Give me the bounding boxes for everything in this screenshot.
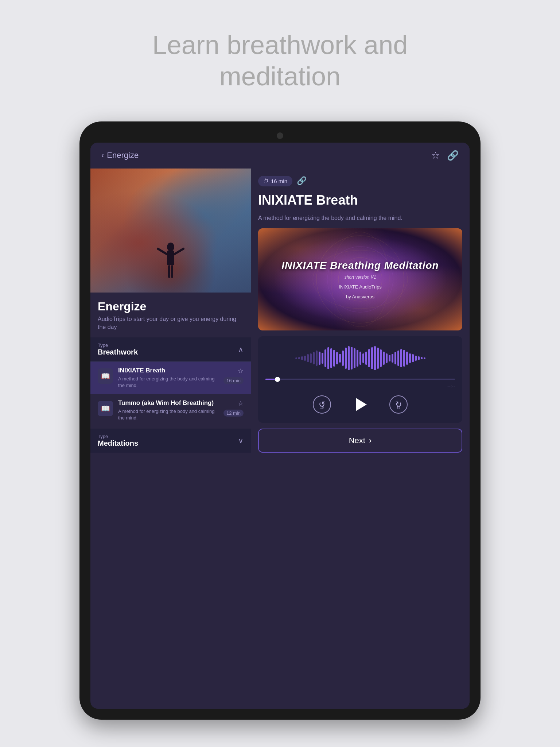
waveform-bar (383, 352, 385, 365)
waveform-bar (418, 356, 420, 360)
duration-text: 16 min (271, 178, 287, 184)
waveform-bar (327, 347, 329, 369)
waveform-bar (342, 351, 344, 366)
player-controls: ↺ 15 ↻ 15 (265, 394, 455, 415)
play-icon (356, 398, 367, 411)
detail-link-icon[interactable]: 🔗 (297, 176, 307, 186)
type-breathwork-section: Type Breathwork ∧ 📖 INIXIATE Breath A me… (90, 337, 251, 427)
album-author-label: INIXIATE AudioTrips (281, 284, 439, 290)
album-subtitle: short version V1 (281, 275, 439, 280)
waveform (265, 344, 455, 373)
waveform-bar (389, 355, 390, 361)
next-chevron-icon: › (369, 436, 372, 445)
waveform-bar (365, 352, 367, 365)
type-breathwork-header[interactable]: Type Breathwork ∧ (90, 337, 251, 361)
waveform-bar (354, 348, 355, 368)
link-icon[interactable]: 🔗 (447, 150, 459, 161)
waveform-bar (359, 352, 361, 365)
skip-forward-button[interactable]: ↻ 15 (389, 395, 408, 414)
waveform-bar (301, 356, 303, 360)
player-card: --:-- ↺ 15 ↻ 15 (258, 336, 462, 423)
waveform-bar (415, 356, 417, 361)
waveform-bar (336, 352, 338, 364)
waveform-bar (324, 349, 326, 367)
waveform-bar (304, 356, 306, 361)
type-breathwork-name: Breathwork (98, 348, 138, 356)
progress-bar[interactable] (265, 379, 455, 380)
left-panel: Energize AudioTrips to start your day or… (90, 169, 251, 709)
waveform-bar (406, 352, 408, 365)
waveform-bar (348, 346, 350, 370)
waveform-bar (386, 353, 388, 363)
waveform-bar (421, 357, 423, 359)
skip-back-button[interactable]: ↺ 15 (313, 395, 331, 414)
time-elapsed: --:-- (447, 383, 455, 388)
waveform-bar (412, 354, 414, 362)
waveform-bar (371, 347, 373, 369)
breathwork-chevron-icon: ∧ (238, 345, 244, 354)
svg-line-3 (174, 249, 183, 254)
waveform-bar (368, 349, 370, 367)
waveform-bar (295, 357, 297, 359)
item-title: Tummo (aka Wim Hof Breathing) (118, 399, 218, 407)
hero-title-area: Energize AudioTrips to start your day or… (90, 293, 251, 335)
waveform-bar (424, 357, 425, 359)
waveform-bar (374, 346, 376, 370)
waveform-bar (345, 348, 347, 369)
next-button[interactable]: Next › (258, 429, 462, 453)
progress-dot (275, 377, 280, 382)
app-header: ‹ Energize ☆ 🔗 (90, 143, 470, 169)
type-breathwork-items: 📖 INIXIATE Breath A method for energizin… (90, 361, 251, 427)
waveform-bar (298, 357, 300, 359)
waveform-bar (397, 351, 399, 366)
waveform-bar (403, 350, 405, 367)
item-star-icon[interactable]: ☆ (238, 367, 244, 375)
waveform-bar (351, 347, 353, 369)
next-btn-container: Next › (258, 429, 462, 456)
waveform-bar (310, 353, 312, 363)
waveform-bar (319, 352, 320, 365)
waveform-bar (380, 349, 382, 367)
clock-icon: ⏱ (263, 178, 269, 184)
tablet-screen: ‹ Energize ☆ 🔗 (90, 143, 470, 709)
waveform-bar (316, 351, 318, 366)
item-desc: A method for energizing the body and cal… (118, 376, 218, 389)
item-content: Tummo (aka Wim Hof Breathing) A method f… (118, 399, 218, 421)
back-chevron-icon: ‹ (101, 151, 104, 160)
type-meditations-header[interactable]: Type Meditations ∨ (90, 429, 251, 453)
back-nav[interactable]: ‹ Energize (101, 151, 139, 160)
header-actions: ☆ 🔗 (431, 150, 459, 161)
waveform-bar (333, 350, 335, 367)
detail-title: INIXIATE Breath (258, 192, 462, 208)
time-badge: ⏱ 16 min (258, 176, 292, 186)
item-meta: ☆ 16 min (223, 367, 244, 384)
svg-point-0 (167, 243, 174, 251)
star-icon[interactable]: ☆ (431, 150, 440, 161)
waveform-bar (392, 354, 393, 363)
item-title: INIXIATE Breath (118, 367, 218, 374)
svg-rect-1 (167, 251, 174, 265)
waveform-bar (394, 352, 396, 364)
type-breathwork-label: Type (98, 342, 138, 348)
content-area: Energize AudioTrips to start your day or… (90, 169, 470, 709)
album-art: INIXIATE Breathing Meditation short vers… (258, 228, 462, 330)
back-label: Energize (107, 151, 139, 160)
right-panel: ⏱ 16 min 🔗 INIXIATE Breath A method for … (251, 169, 470, 709)
skip-forward-label: 15 (397, 406, 400, 409)
list-item[interactable]: 📖 Tummo (aka Wim Hof Breathing) A method… (90, 394, 251, 426)
item-star-icon[interactable]: ☆ (238, 399, 244, 407)
album-art-text: INIXIATE Breathing Meditation short vers… (274, 252, 446, 307)
waveform-bar (330, 348, 332, 368)
play-button[interactable] (349, 394, 371, 415)
item-desc: A method for energizing the body and cal… (118, 408, 218, 421)
list-item[interactable]: 📖 INIXIATE Breath A method for energizin… (90, 361, 251, 394)
tablet-frame: ‹ Energize ☆ 🔗 (79, 121, 481, 720)
waveform-bar (339, 354, 341, 363)
camera-dot (277, 132, 283, 139)
detail-meta: ⏱ 16 min 🔗 (258, 176, 462, 186)
item-content: INIXIATE Breath A method for energizing … (118, 367, 218, 389)
waveform-bar (313, 352, 315, 364)
detail-desc: A method for energizing the body and cal… (258, 214, 462, 222)
skip-back-label: 15 (320, 406, 324, 409)
hero-subtitle: AudioTrips to start your day or give you… (98, 315, 244, 332)
